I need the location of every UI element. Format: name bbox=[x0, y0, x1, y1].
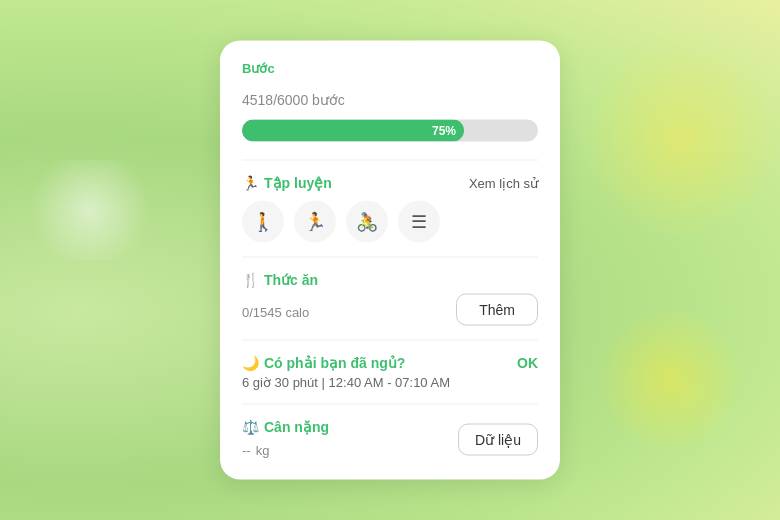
food-row: 0/1545 calo Thêm bbox=[242, 294, 538, 326]
weight-unit: kg bbox=[256, 443, 270, 458]
divider-2 bbox=[242, 257, 538, 258]
bike-button[interactable]: 🚴 bbox=[346, 201, 388, 243]
weight-icon: ⚖️ bbox=[242, 419, 259, 435]
sleep-header: 🌙 Có phải bạn đã ngủ? OK bbox=[242, 355, 538, 371]
list-button[interactable]: ☰ bbox=[398, 201, 440, 243]
steps-goal: /6000 bước bbox=[273, 92, 345, 108]
sleep-time-range: 12:40 AM - 07:10 AM bbox=[329, 375, 450, 390]
weight-info: ⚖️ Cân nặng -- kg bbox=[242, 419, 329, 460]
bg-blob-yellow bbox=[580, 40, 780, 240]
weight-row: ⚖️ Cân nặng -- kg Dữ liệu bbox=[242, 419, 538, 460]
sleep-duration: 6 giờ 30 phút bbox=[242, 375, 318, 390]
food-section: 🍴 Thức ăn 0/1545 calo Thêm bbox=[242, 272, 538, 326]
steps-section: Bước 4518/6000 bước 75% bbox=[242, 61, 538, 142]
progress-bar-label: 75% bbox=[432, 124, 456, 138]
main-card: Bước 4518/6000 bước 75% 🏃 Tập luyện Xem … bbox=[220, 41, 560, 480]
food-goal: /1545 calo bbox=[249, 304, 309, 319]
food-title-text: Thức ăn bbox=[264, 272, 318, 288]
food-title: 🍴 Thức ăn bbox=[242, 272, 538, 288]
walk-button[interactable]: 🚶 bbox=[242, 201, 284, 243]
sleep-info: 6 giờ 30 phút | 12:40 AM - 07:10 AM bbox=[242, 375, 538, 390]
food-value: 0/1545 calo bbox=[242, 298, 309, 321]
weight-title-text: Cân nặng bbox=[264, 419, 329, 435]
exercise-header: 🏃 Tập luyện Xem lịch sử bbox=[242, 175, 538, 191]
add-food-button[interactable]: Thêm bbox=[456, 294, 538, 326]
exercise-section: 🏃 Tập luyện Xem lịch sử 🚶 🏃 🚴 ☰ bbox=[242, 175, 538, 243]
exercise-history-link[interactable]: Xem lịch sử bbox=[469, 175, 538, 190]
run-button[interactable]: 🏃 bbox=[294, 201, 336, 243]
bg-blob-light bbox=[20, 160, 160, 260]
sleep-section: 🌙 Có phải bạn đã ngủ? OK 6 giờ 30 phút |… bbox=[242, 355, 538, 390]
divider-4 bbox=[242, 404, 538, 405]
weight-section: ⚖️ Cân nặng -- kg Dữ liệu bbox=[242, 419, 538, 460]
food-icon: 🍴 bbox=[242, 272, 259, 288]
food-info: 0/1545 calo bbox=[242, 298, 309, 321]
exercise-title-text: Tập luyện bbox=[264, 175, 332, 191]
weight-value: -- kg bbox=[242, 439, 329, 460]
steps-number: 4518 bbox=[242, 92, 273, 108]
weight-data-button[interactable]: Dữ liệu bbox=[458, 423, 538, 455]
weight-title: ⚖️ Cân nặng bbox=[242, 419, 329, 435]
sleep-icon: 🌙 bbox=[242, 355, 259, 371]
steps-label: Bước bbox=[242, 61, 538, 76]
sleep-ok-button[interactable]: OK bbox=[517, 355, 538, 371]
steps-value: 4518/6000 bước bbox=[242, 80, 538, 112]
exercise-title: 🏃 Tập luyện bbox=[242, 175, 332, 191]
sleep-separator: | bbox=[322, 375, 325, 390]
divider-1 bbox=[242, 160, 538, 161]
sleep-title: 🌙 Có phải bạn đã ngủ? bbox=[242, 355, 405, 371]
exercise-icon: 🏃 bbox=[242, 175, 259, 191]
bg-blob-yellow2 bbox=[590, 300, 750, 460]
progress-bar-background: 75% bbox=[242, 120, 538, 142]
exercise-icon-group: 🚶 🏃 🚴 ☰ bbox=[242, 201, 538, 243]
progress-bar-fill: 75% bbox=[242, 120, 464, 142]
divider-3 bbox=[242, 340, 538, 341]
sleep-title-text: Có phải bạn đã ngủ? bbox=[264, 355, 405, 371]
weight-number: -- bbox=[242, 443, 251, 458]
